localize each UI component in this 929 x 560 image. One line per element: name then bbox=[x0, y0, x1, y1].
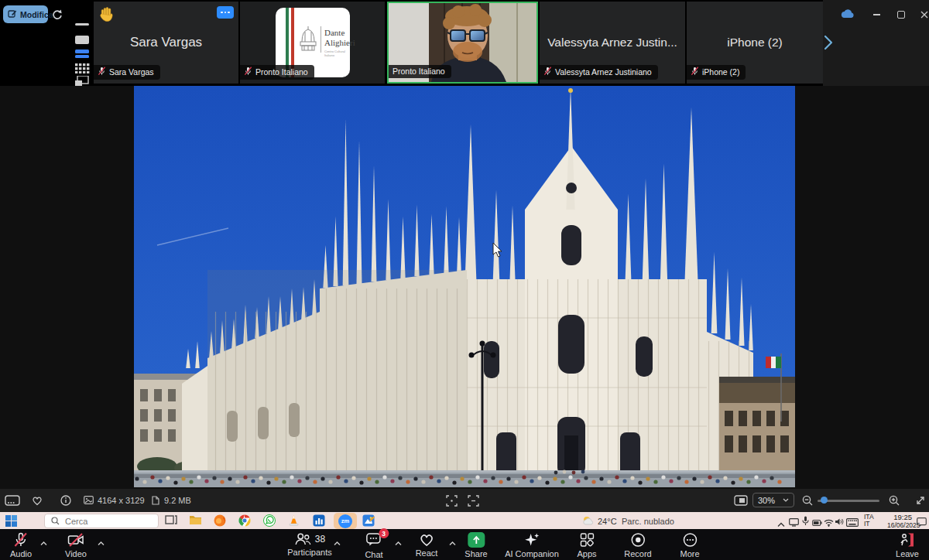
info-icon[interactable] bbox=[60, 495, 71, 506]
modifica-label: Modifica bbox=[20, 10, 53, 19]
more-button[interactable]: More bbox=[680, 532, 699, 558]
tile-sara-vargas[interactable]: Sara Vargas Sara Vargas bbox=[94, 2, 238, 84]
photos-app-icon[interactable] bbox=[362, 514, 375, 528]
clock[interactable]: 19:25 16/06/2025 bbox=[887, 514, 912, 529]
minimize-icon[interactable] bbox=[868, 8, 885, 22]
chip-label: Valessyta Arnez Justiniano bbox=[555, 67, 652, 77]
minimize-strip-icon[interactable] bbox=[74, 23, 90, 26]
file-explorer-icon[interactable] bbox=[189, 514, 202, 528]
file-size: 9.2 MB bbox=[164, 496, 191, 505]
fit-screen-icon[interactable] bbox=[446, 495, 458, 507]
start-button[interactable] bbox=[5, 515, 17, 530]
tile-valessyta[interactable]: Valessyta Arnez Justin... Valessyta Arne… bbox=[540, 2, 685, 84]
touch-keyboard-icon[interactable] bbox=[846, 516, 859, 530]
speaker-view-icon[interactable] bbox=[74, 36, 90, 44]
record-label: Record bbox=[624, 549, 651, 558]
muted-mic-icon bbox=[691, 67, 699, 77]
strip-view-icon[interactable] bbox=[74, 50, 90, 58]
share-icon bbox=[468, 532, 485, 548]
weather-desc[interactable]: Parc. nublado bbox=[622, 517, 674, 526]
logo-divider bbox=[321, 26, 321, 53]
favorite-heart-icon[interactable] bbox=[31, 495, 43, 506]
leave-label: Leave bbox=[896, 549, 919, 558]
chip-label: Pronto Italiano bbox=[393, 67, 445, 76]
screen: Modifica Sara Vargas bbox=[0, 0, 929, 560]
microphone-tray-icon[interactable] bbox=[802, 515, 809, 529]
more-icon bbox=[682, 532, 698, 548]
zoom-in-icon[interactable] bbox=[889, 495, 900, 507]
chrome-icon[interactable] bbox=[238, 514, 252, 528]
zoom-level-dropdown[interactable]: 30% bbox=[752, 493, 794, 507]
filmstrip-toggle-icon[interactable] bbox=[5, 495, 20, 506]
notification-center-icon[interactable] bbox=[917, 516, 927, 530]
muted-mic-icon bbox=[98, 67, 106, 77]
chat-badge: 3 bbox=[379, 528, 389, 538]
weather-temp[interactable]: 24°C bbox=[598, 517, 617, 526]
logo-sub: Centro Cultural Italiano bbox=[324, 50, 350, 57]
modifica-button[interactable]: Modifica bbox=[3, 5, 48, 23]
whatsapp-icon[interactable] bbox=[263, 514, 276, 528]
react-button[interactable]: React bbox=[416, 532, 438, 558]
chat-chevron[interactable] bbox=[395, 535, 402, 549]
tile-pronto-logo[interactable]: Dante Alighieri Centro Cultural Italiano… bbox=[240, 2, 385, 84]
react-label: React bbox=[416, 548, 438, 558]
language-indicator[interactable]: ITA IT bbox=[864, 514, 874, 528]
ai-companion-button[interactable]: AI Companion bbox=[505, 532, 559, 558]
participants-count: 38 bbox=[315, 534, 325, 545]
close-icon[interactable] bbox=[916, 8, 929, 22]
firefox-icon[interactable] bbox=[214, 514, 227, 528]
floating-view-icon[interactable] bbox=[74, 76, 90, 86]
file-size-icon bbox=[152, 496, 159, 505]
apps-button[interactable]: Apps bbox=[577, 532, 596, 558]
apps-icon bbox=[579, 532, 595, 548]
chat-button[interactable]: 3 Chat bbox=[365, 532, 382, 559]
video-options-chevron[interactable] bbox=[98, 535, 105, 549]
photos-titlebar-region bbox=[823, 0, 929, 86]
zoom-slider-thumb[interactable] bbox=[821, 497, 828, 504]
muted-mic-icon bbox=[543, 67, 552, 77]
search-input[interactable] bbox=[63, 516, 144, 527]
fullscreen-icon[interactable] bbox=[915, 495, 926, 506]
duomo-photo bbox=[134, 86, 795, 487]
task-view-icon[interactable] bbox=[165, 514, 178, 528]
shared-screen-area bbox=[0, 86, 929, 489]
name-chip: Valessyta Arnez Justiniano bbox=[540, 65, 658, 80]
tile-pronto-video[interactable]: Pronto Italiano bbox=[387, 2, 538, 84]
zoom-app-active-pill[interactable]: zm bbox=[334, 513, 357, 529]
participants-label: Participants bbox=[287, 548, 331, 557]
wifi-tray-icon[interactable] bbox=[824, 516, 834, 530]
chip-label: iPhone (2) bbox=[702, 67, 739, 77]
search-icon bbox=[51, 517, 60, 525]
windows-taskbar: zm 24°C Parc. nublado bbox=[0, 512, 929, 529]
preview-thumbnail-icon[interactable] bbox=[734, 495, 748, 506]
chip-label: Sara Vargas bbox=[109, 67, 154, 77]
restore-icon[interactable] bbox=[893, 8, 910, 22]
participants-chevron[interactable] bbox=[334, 535, 341, 549]
battery-tray-icon[interactable] bbox=[812, 516, 822, 530]
participants-button[interactable]: 38 Participants bbox=[287, 532, 331, 557]
vlc-icon[interactable] bbox=[288, 514, 301, 528]
tile-more-button[interactable] bbox=[217, 6, 234, 19]
share-button[interactable]: Share bbox=[464, 532, 487, 558]
audio-options-chevron[interactable] bbox=[40, 535, 47, 549]
stats-app-icon[interactable] bbox=[313, 514, 326, 528]
redo-icon[interactable] bbox=[51, 9, 63, 21]
actual-size-icon[interactable] bbox=[468, 495, 479, 507]
tile-iphone[interactable]: iPhone (2) iPhone (2) bbox=[687, 2, 823, 84]
image-dimensions: 4164 x 3129 bbox=[98, 496, 145, 505]
record-button[interactable]: Record bbox=[624, 532, 651, 558]
leave-button[interactable]: Leave bbox=[896, 532, 919, 558]
edit-pen-icon bbox=[8, 8, 17, 22]
video-button[interactable]: Video bbox=[65, 532, 87, 558]
search-box[interactable] bbox=[44, 514, 159, 528]
audio-button[interactable]: Audio bbox=[10, 532, 32, 558]
gallery-view-icon[interactable] bbox=[74, 63, 90, 73]
react-chevron[interactable] bbox=[449, 535, 456, 549]
weather-icon[interactable] bbox=[582, 515, 595, 529]
more-label: More bbox=[680, 549, 699, 558]
filmstrip-next-chevron[interactable] bbox=[823, 34, 835, 51]
cloud-icon[interactable] bbox=[840, 8, 855, 20]
volume-tray-icon[interactable] bbox=[835, 515, 844, 529]
zoom-out-icon[interactable] bbox=[802, 495, 814, 507]
display-tray-icon[interactable] bbox=[789, 516, 799, 530]
